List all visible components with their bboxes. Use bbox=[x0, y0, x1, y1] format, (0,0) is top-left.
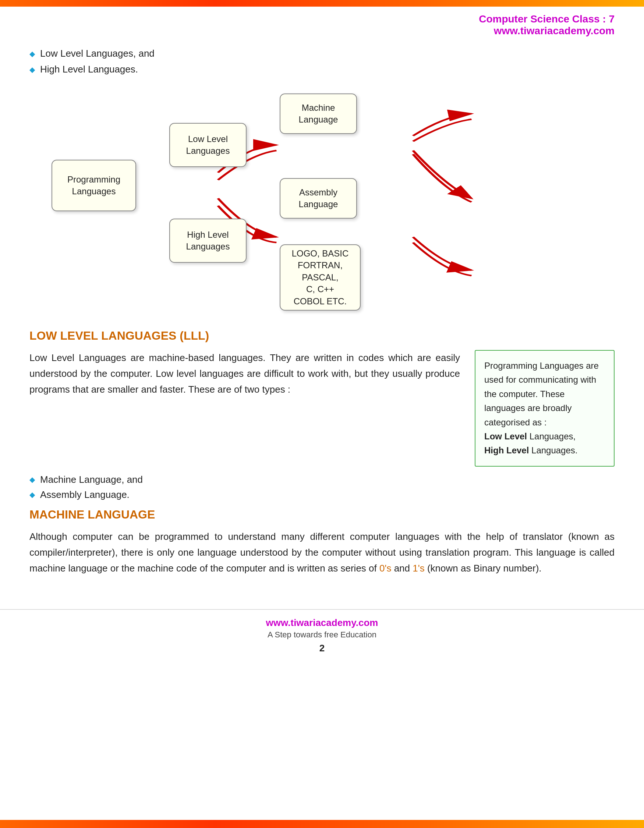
lll-bullet-list: ◆ Machine Language, and ◆ Assembly Langu… bbox=[30, 474, 614, 500]
intro-bullet-2: ◆ High Level Languages. bbox=[30, 64, 614, 75]
machine-body-text: Although computer can be programmed to u… bbox=[30, 529, 614, 576]
lll-bullet-icon-1: ◆ bbox=[30, 475, 35, 484]
footer-url: www.tiwariacademy.com bbox=[0, 617, 644, 629]
lll-bullet-2: ◆ Assembly Language. bbox=[30, 489, 614, 500]
lll-col-left: Low Level Languages are machine-based la… bbox=[30, 350, 460, 405]
diagram-box-highlang-examples: LOGO, BASICFORTRAN,PASCAL,C, C++COBOL ET… bbox=[280, 245, 360, 310]
bottom-gradient-bar bbox=[0, 820, 644, 828]
bullet-icon-1: ◆ bbox=[30, 49, 35, 58]
diagram-box-lowlevel: Low LevelLanguages bbox=[169, 123, 246, 167]
diagram-box-assembly: AssemblyLanguage bbox=[280, 178, 357, 219]
diagram-box-programming: ProgrammingLanguages bbox=[52, 160, 136, 211]
lll-body-text: Low Level Languages are machine-based la… bbox=[30, 350, 460, 397]
header-text-block: Computer Science Class : 7 www.tiwariaca… bbox=[479, 13, 614, 37]
box-highlang-label: LOGO, BASICFORTRAN,PASCAL,C, C++COBOL ET… bbox=[292, 248, 349, 307]
intro-bullet-text-2: High Level Languages. bbox=[40, 64, 138, 75]
lll-section: LOW LEVEL LANGUAGES (LLL) Low Level Lang… bbox=[30, 329, 614, 500]
diagram-box-machine: MachineLanguage bbox=[280, 94, 357, 134]
intro-bullet-list: ◆ Low Level Languages, and ◆ High Level … bbox=[30, 48, 614, 75]
header-title: Computer Science Class : 7 bbox=[479, 13, 614, 25]
lll-col-right: Programming Languages are used for commu… bbox=[475, 350, 614, 467]
lll-bullet-text-2: Assembly Language. bbox=[40, 489, 130, 500]
footer-tagline: A Step towards free Education bbox=[0, 630, 644, 640]
box-programming-label: ProgrammingLanguages bbox=[67, 174, 120, 198]
intro-bullet-1: ◆ Low Level Languages, and bbox=[30, 48, 614, 59]
machine-heading: MACHINE LANGUAGE bbox=[30, 508, 614, 521]
main-content: ◆ Low Level Languages, and ◆ High Level … bbox=[0, 41, 644, 598]
footer-page-number: 2 bbox=[0, 643, 644, 654]
machine-section: MACHINE LANGUAGE Although computer can b… bbox=[30, 508, 614, 576]
lll-bullet-text-1: Machine Language, and bbox=[40, 474, 143, 485]
lll-heading: LOW LEVEL LANGUAGES (LLL) bbox=[30, 329, 614, 343]
lll-bullet-1: ◆ Machine Language, and bbox=[30, 474, 614, 485]
diagram-area: ProgrammingLanguages Low LevelLanguages … bbox=[30, 86, 614, 314]
box-lowlevel-label: Low LevelLanguages bbox=[186, 133, 230, 157]
bullet-icon-2: ◆ bbox=[30, 65, 35, 74]
box-highlevel-label: High LevelLanguages bbox=[186, 229, 230, 253]
page-header: Computer Science Class : 7 www.tiwariaca… bbox=[0, 6, 644, 41]
intro-bullet-text-1: Low Level Languages, and bbox=[40, 48, 155, 59]
header-url: www.tiwariacademy.com bbox=[479, 25, 614, 37]
box-machine-label: MachineLanguage bbox=[299, 102, 338, 126]
lll-two-col: Low Level Languages are machine-based la… bbox=[30, 350, 614, 467]
box-assembly-label: AssemblyLanguage bbox=[299, 187, 338, 210]
info-box: Programming Languages are used for commu… bbox=[475, 350, 614, 467]
top-gradient-bar bbox=[0, 0, 644, 6]
diagram-box-highlevel: High LevelLanguages bbox=[169, 219, 246, 263]
page-footer: www.tiwariacademy.com A Step towards fre… bbox=[0, 609, 644, 658]
lll-bullet-icon-2: ◆ bbox=[30, 490, 35, 499]
